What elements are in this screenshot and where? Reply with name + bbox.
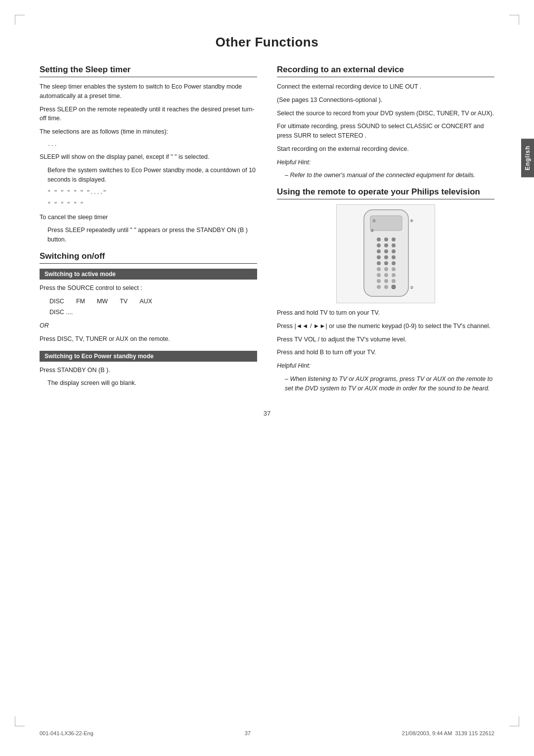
tv-body-1: Press and hold TV to turn on your TV. [277, 308, 494, 318]
svg-point-27 [377, 279, 381, 283]
recording-body-1: Connect the external recording device to… [277, 82, 494, 92]
svg-text:④: ④ [410, 219, 413, 223]
svg-point-29 [392, 279, 396, 283]
svg-point-13 [384, 249, 388, 253]
sleep-display: SLEEP will show on the display panel, ex… [40, 152, 257, 162]
recording-body-2: (See pages 13 Connections-optional ). [277, 95, 494, 105]
remote-svg: ① ② ④ ③ [337, 205, 435, 303]
svg-rect-1 [370, 216, 402, 231]
active-body-1: Press the SOURCE control to select : [40, 284, 257, 293]
sleep-timer-section: Setting the Sleep timer The sleep timer … [40, 65, 257, 244]
svg-point-20 [392, 261, 396, 265]
language-tab: English [521, 139, 534, 177]
svg-point-28 [384, 279, 388, 283]
recording-hint-body: – Refer to the owner's manual of the con… [285, 171, 494, 180]
tv-hint-body: – When listening to TV or AUX programs, … [285, 375, 494, 393]
main-content: Setting the Sleep timer The sleep timer … [40, 65, 494, 400]
recording-body-4: For ultimate recording, press SOUND to s… [277, 122, 494, 141]
sleep-countdown: Before the system switches to Eco Power … [47, 166, 257, 185]
sleep-body-3: The selections are as follows (time in m… [40, 127, 257, 137]
corner-mark-br [509, 716, 519, 726]
tv-hint-label: Helpful Hint: [277, 361, 494, 371]
tv-control-title: Using the remote to operate your Philips… [277, 187, 494, 199]
corner-mark-bl [15, 716, 25, 726]
tv-body-2: Press |◄◄ / ►►| or use the numeric keypa… [277, 322, 494, 331]
svg-point-11 [392, 243, 396, 247]
svg-point-6 [377, 237, 381, 241]
or-text: OR [40, 321, 257, 331]
svg-point-19 [384, 261, 388, 265]
tv-control-section: Using the remote to operate your Philips… [277, 187, 494, 393]
footer-center: 37 [245, 730, 251, 736]
disc-option: DISC [49, 297, 64, 306]
recording-title: Recording to an external device [277, 65, 494, 77]
left-column: Setting the Sleep timer The sleep timer … [40, 65, 257, 400]
svg-point-21 [377, 267, 381, 271]
eco-mode-header: Switching to Eco Power standby mode [40, 351, 257, 362]
recording-body: Connect the external recording device to… [277, 82, 494, 180]
footer-left: 001-041-LX36-22-Eng [40, 730, 93, 736]
disc-option-2: DISC .... [49, 309, 73, 316]
svg-point-7 [384, 237, 388, 241]
sleep-body-1: The sleep timer enables the system to sw… [40, 82, 257, 101]
tv-body-3: Press TV VOL / to adjust the TV's volume… [277, 335, 494, 344]
fm-option: FM [76, 297, 85, 306]
active-body-2: Press DISC, TV, TUNER or AUX on the remo… [40, 334, 257, 344]
active-mode-body: Press the SOURCE control to select : DIS… [40, 284, 257, 344]
sleep-cancel-text: To cancel the sleep timer [40, 213, 257, 222]
recording-section: Recording to an external device Connect … [277, 65, 494, 180]
sleep-timer-body: The sleep timer enables the system to sw… [40, 82, 257, 244]
eco-mode-body: Press STANDBY ON (B ). The display scree… [40, 366, 257, 388]
disc-row: DISC FM MW TV AUX [49, 297, 257, 306]
corner-mark-tl [15, 15, 25, 25]
svg-point-17 [392, 255, 396, 259]
mw-option: MW [97, 297, 108, 306]
right-column: Recording to an external device Connect … [277, 65, 494, 400]
svg-point-14 [392, 249, 396, 253]
eco-body-1: Press STANDBY ON (B ). [40, 366, 257, 375]
svg-point-15 [377, 255, 381, 259]
svg-point-18 [377, 261, 381, 265]
svg-point-30 [377, 285, 381, 289]
svg-point-23 [392, 267, 396, 271]
page-number-center: 37 [40, 410, 494, 417]
svg-point-8 [392, 237, 396, 241]
svg-point-26 [392, 273, 396, 277]
recording-body-3: Select the source to record from your DV… [277, 109, 494, 118]
svg-text:③: ③ [410, 285, 413, 290]
page-title: Other Functions [40, 35, 494, 50]
svg-point-12 [377, 249, 381, 253]
svg-point-22 [384, 267, 388, 271]
recording-hint-label: Helpful Hint: [277, 158, 494, 167]
eco-body-2: The display screen will go blank. [47, 378, 257, 388]
recording-body-5: Start recording on the external recordin… [277, 144, 494, 154]
svg-point-24 [377, 273, 381, 277]
svg-text:②: ② [370, 229, 374, 233]
svg-point-16 [384, 255, 388, 259]
tv-control-body: Press and hold TV to turn on your TV. Pr… [277, 308, 494, 393]
remote-control-image: ① ② ④ ③ [336, 204, 435, 303]
sleep-selections: ... [47, 141, 257, 149]
disc-row-2: DISC .... [49, 308, 257, 317]
switching-title: Switching on/off [40, 251, 257, 264]
svg-point-32 [392, 285, 396, 289]
sleep-body-2: Press SLEEP on the remote repeatedly unt… [40, 105, 257, 124]
active-mode-header: Switching to active mode [40, 269, 257, 280]
svg-point-10 [384, 243, 388, 247]
svg-point-25 [384, 273, 388, 277]
switching-section: Switching on/off Switching to active mod… [40, 251, 257, 388]
tv-option: TV [120, 297, 128, 306]
footer-right: 21/08/2003, 9:44 AM 3139 115 22612 [402, 730, 494, 736]
sleep-dots-1: " " " " " " "...." [47, 189, 257, 197]
sleep-timer-title: Setting the Sleep timer [40, 65, 257, 77]
svg-point-31 [384, 285, 388, 289]
corner-mark-tr [509, 15, 519, 25]
aux-option: AUX [139, 297, 152, 306]
footer: 001-041-LX36-22-Eng 37 21/08/2003, 9:44 … [40, 730, 494, 736]
sleep-dots-2: " " " " " " [47, 200, 257, 209]
svg-text:①: ① [372, 219, 376, 223]
svg-point-9 [377, 243, 381, 247]
tv-body-4: Press and hold B to turn off your TV. [277, 348, 494, 357]
sleep-cancel-detail: Press SLEEP repeatedly until " " appears… [47, 226, 257, 244]
